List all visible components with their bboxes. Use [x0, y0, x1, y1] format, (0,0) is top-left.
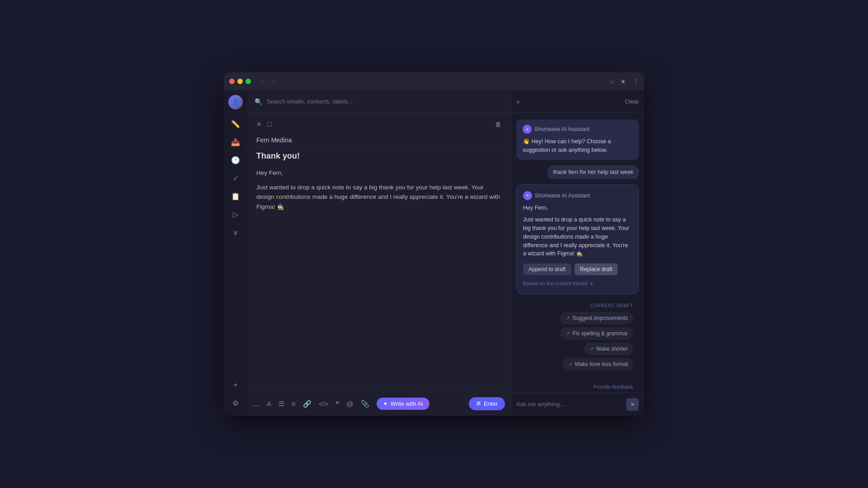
ai-chat-area: ✦ Shortwave AI Assistant 👋 Hey! How can … — [511, 113, 644, 392]
avatar-status-dot — [239, 106, 243, 109]
compose-delete-icon[interactable]: 🗑 — [495, 121, 501, 128]
ai-send-button[interactable]: ➤ — [626, 398, 639, 411]
write-ai-icon: ✦ — [383, 400, 388, 407]
send-label: Enter — [484, 400, 498, 407]
ai-response-icon: ✦ — [523, 191, 532, 200]
quote-icon[interactable]: ❝ — [334, 398, 341, 410]
code-icon[interactable]: </> — [317, 398, 330, 409]
sidebar-item-expand[interactable]: ∨ — [227, 224, 244, 240]
ai-greeting-text: 👋 Hey! How can I help? Choose a suggesti… — [523, 138, 611, 153]
ai-response-buttons: Append to draft Replace draft — [523, 263, 632, 275]
main-content: 👤 ✏️ 📥 🕐 ✓ 📋 ▷ ∨ + ⚙ 🔍 — [224, 90, 644, 416]
sidebar-item-tasks[interactable]: ✓ — [227, 170, 244, 186]
compose-subject: Thank you! — [256, 151, 501, 161]
write-ai-label: Write with AI — [391, 400, 423, 407]
suggestion-text-3: Make shorter — [596, 346, 628, 352]
avatar[interactable]: 👤 — [228, 95, 243, 109]
ai-panel: » Clear ✦ Shortwave AI Assistant 👋 Hey! … — [511, 90, 644, 416]
menu-icon[interactable]: ⋮ — [632, 78, 639, 85]
provide-feedback-button[interactable]: Provide feedback — [516, 382, 639, 392]
ai-response-greeting: Hey Fern, — [523, 204, 632, 212]
zoom-icon[interactable]: ⌕ — [610, 78, 614, 85]
ai-panel-clear-button[interactable]: Clear — [625, 98, 639, 105]
search-bar: 🔍 — [247, 90, 510, 113]
toolbar-more-icon[interactable]: ... — [253, 399, 259, 408]
ai-response-bubble: ✦ Shortwave AI Assistant Hey Fern, Just … — [516, 184, 639, 295]
chip-arrow-icon-4: ↗ — [568, 361, 572, 367]
ai-panel-header: » Clear — [511, 90, 644, 113]
compose-header-left: ✕ □ — [256, 120, 272, 128]
suggestion-text-4: Make tone less formal — [575, 361, 628, 367]
suggestions-label: CURRENT DRAFT — [522, 303, 633, 308]
bullet-list-icon[interactable]: ☰ — [277, 398, 286, 410]
sidebar-item-inbox[interactable]: 📥 — [227, 134, 244, 150]
suggestions-section: CURRENT DRAFT ↗ Suggest improvements ↗ F… — [516, 300, 639, 377]
maximize-button[interactable] — [245, 79, 251, 84]
ai-response-body: Just wanted to drop a quick note to say … — [523, 216, 632, 258]
sidebar-item-documents[interactable]: 📋 — [227, 188, 244, 204]
sidebar-item-send[interactable]: ▷ — [227, 206, 244, 222]
compose-area: ✕ □ 🗑 Fern Medina Thank you! Hey Fern, J… — [247, 113, 510, 391]
append-to-draft-button[interactable]: Append to draft — [523, 263, 571, 275]
send-cmd-icon: ⌘ — [476, 401, 481, 407]
link-icon[interactable]: 🔗 — [301, 398, 313, 410]
close-button[interactable] — [229, 79, 235, 84]
ai-greeting-message: ✦ Shortwave AI Assistant 👋 Hey! How can … — [516, 119, 639, 160]
compose-close-icon[interactable]: ✕ — [256, 121, 262, 128]
forward-icon[interactable]: → — [269, 78, 275, 85]
ai-panel-expand-icon[interactable]: » — [516, 98, 520, 105]
minimize-button[interactable] — [237, 79, 243, 84]
sidebar-item-settings[interactable]: ⚙ — [227, 395, 244, 411]
suggestion-chip-spelling[interactable]: ↗ Fix spelling & grammar — [560, 327, 633, 340]
sidebar: 👤 ✏️ 📥 🕐 ✓ 📋 ▷ ∨ + ⚙ — [224, 90, 247, 416]
app-window: ← → ⌕ ★ ⋮ 👤 ✏️ 📥 🕐 ✓ 📋 ▷ ∨ + ⚙ — [224, 72, 644, 416]
write-ai-button[interactable]: ✦ Write with AI — [377, 398, 429, 410]
text-format-icon[interactable]: A — [265, 398, 273, 409]
replace-draft-button[interactable]: Replace draft — [575, 263, 618, 275]
thread-chevron-icon: ∨ — [590, 280, 594, 287]
ai-send-icon: ➤ — [630, 401, 635, 408]
search-icon: 🔍 — [255, 98, 262, 105]
suggestion-chip-improvements[interactable]: ↗ Suggest improvements — [560, 312, 633, 324]
suggestion-text-1: Suggest improvements — [572, 315, 628, 321]
ai-icon: ✦ — [523, 125, 532, 134]
email-area: 🔍 ✕ □ 🗑 Fern Medina Thank you! Hey Fern,… — [247, 90, 511, 416]
send-button[interactable]: ⌘ Enter — [469, 397, 505, 410]
ai-input-area: ➤ — [511, 392, 644, 416]
compose-toolbar: ... A ☰ ≡ 🔗 </> ❝ @ 📎 ✦ Write with AI ⌘ … — [247, 391, 510, 416]
body-content: Just wanted to drop a quick note to say … — [256, 183, 501, 212]
sidebar-item-recent[interactable]: 🕐 — [227, 152, 244, 168]
compose-to: Fern Medina — [256, 134, 501, 147]
chip-arrow-icon-1: ↗ — [566, 315, 570, 321]
compose-header: ✕ □ 🗑 — [256, 120, 501, 128]
ai-response-header: ✦ Shortwave AI Assistant — [523, 191, 632, 200]
suggestion-chip-shorter[interactable]: ↗ Make shorter — [584, 343, 633, 355]
sidebar-item-compose[interactable]: ✏️ — [227, 116, 244, 132]
ai-thread-label[interactable]: Based on the current thread ∨ — [523, 280, 632, 287]
suggestion-chip-less-formal[interactable]: ↗ Make tone less formal — [563, 358, 633, 371]
chip-arrow-icon-2: ↗ — [566, 331, 570, 337]
ai-assistant-name: Shortwave AI Assistant — [534, 125, 590, 133]
chip-arrow-icon-3: ↗ — [590, 346, 594, 352]
titlebar: ← → ⌕ ★ ⋮ — [224, 72, 644, 90]
suggestion-text-2: Fix spelling & grammar — [572, 330, 628, 337]
thread-label-text: Based on the current thread — [523, 280, 588, 287]
sidebar-item-add[interactable]: + — [227, 377, 244, 393]
search-input[interactable] — [267, 98, 503, 105]
body-greeting: Hey Fern, — [256, 168, 501, 178]
back-icon[interactable]: ← — [259, 78, 265, 85]
numbered-list-icon[interactable]: ≡ — [290, 398, 297, 409]
attachment-icon[interactable]: 📎 — [359, 398, 371, 410]
ai-message-header: ✦ Shortwave AI Assistant — [523, 125, 632, 134]
star-icon[interactable]: ★ — [620, 78, 626, 85]
ai-response-name: Shortwave AI Assistant — [535, 192, 590, 200]
compose-minimize-icon[interactable]: □ — [267, 120, 272, 128]
ai-input[interactable] — [516, 401, 623, 408]
compose-body[interactable]: Hey Fern, Just wanted to drop a quick no… — [256, 168, 501, 384]
user-message: thank fern for her help last week — [547, 165, 639, 179]
mention-icon[interactable]: @ — [344, 398, 355, 409]
